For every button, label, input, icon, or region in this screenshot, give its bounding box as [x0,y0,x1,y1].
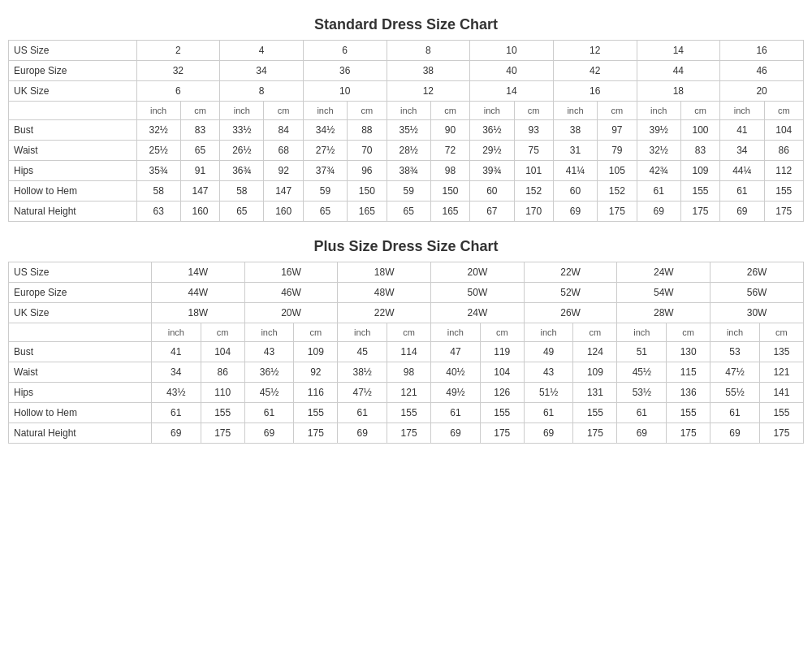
hollow-to-hem-label: Hollow to Hem [9,181,137,202]
p-bust-6: 47 [431,342,481,362]
s-waist-10: 31 [553,141,597,161]
p-nh-4: 69 [338,423,387,444]
plus-uk-size-label: UK Size [9,303,152,323]
s-nh-1: 160 [180,202,219,222]
s-nh-13: 175 [680,202,719,222]
p-waist-7: 104 [480,362,524,383]
s-bust-1: 83 [180,120,219,141]
standard-eu-32: 32 [136,61,220,81]
s-bust-7: 90 [430,120,469,141]
standard-unit-4: inch [303,102,347,120]
p-waist-13: 121 [759,362,803,383]
s-bust-8: 36½ [470,120,514,141]
p-waist-10: 45½ [617,362,667,383]
plus-unit-11: cm [667,323,710,342]
p-hollow-6: 61 [431,403,481,423]
standard-europe-size-row: Europe Size 32 34 36 38 40 42 44 46 [9,61,804,81]
s-nh-2: 65 [220,202,264,222]
s-bust-13: 100 [680,120,719,141]
p-nh-8: 69 [524,423,573,444]
p-bust-5: 114 [387,342,431,362]
plus-units-row: inch cm inch cm inch cm inch cm inch cm … [9,323,804,342]
p-hips-0: 43½ [151,383,201,403]
standard-us-4: 4 [220,41,304,61]
plus-uk-28w: 28W [617,303,710,323]
p-bust-2: 43 [244,342,294,362]
s-nh-7: 165 [430,202,469,222]
standard-units-row: inch cm inch cm inch cm inch cm inch cm … [9,102,804,120]
standard-unit-8: inch [470,102,514,120]
p-waist-1: 86 [201,362,244,383]
standard-us-8: 8 [387,41,470,61]
plus-waist-label: Waist [9,362,152,383]
plus-us-26w: 26W [710,262,804,283]
s-bust-5: 88 [348,120,387,141]
s-bust-0: 32½ [136,120,180,141]
p-nh-11: 175 [667,423,710,444]
standard-eu-40: 40 [470,61,554,81]
s-nh-4: 65 [303,202,347,222]
s-nh-9: 170 [514,202,553,222]
s-nh-8: 67 [470,202,514,222]
plus-eu-46w: 46W [244,283,338,303]
standard-eu-38: 38 [387,61,470,81]
plus-uk-26w: 26W [524,303,617,323]
s-bust-9: 93 [514,120,553,141]
uk-size-label: UK Size [9,81,137,102]
p-hips-8: 51½ [524,383,573,403]
s-hips-2: 36¾ [220,161,264,181]
plus-eu-44w: 44W [151,283,244,303]
plus-unit-12: inch [710,323,760,342]
plus-hips-label: Hips [9,383,152,403]
standard-unit-0: inch [136,102,180,120]
plus-us-14w: 14W [151,262,244,283]
plus-eu-48w: 48W [338,283,431,303]
s-nh-14: 69 [720,202,764,222]
s-hips-13: 109 [680,161,719,181]
p-bust-7: 119 [480,342,524,362]
plus-uk-24w: 24W [431,303,525,323]
plus-eu-50w: 50W [431,283,525,303]
s-hollow-9: 152 [514,181,553,202]
p-hollow-8: 61 [524,403,573,423]
plus-us-18w: 18W [338,262,431,283]
standard-unit-11: cm [598,102,637,120]
s-hips-7: 98 [430,161,469,181]
standard-uk-size-row: UK Size 6 8 10 12 14 16 18 20 [9,81,804,102]
standard-eu-34: 34 [220,61,304,81]
plus-europe-size-label: Europe Size [9,283,152,303]
s-waist-9: 75 [514,141,553,161]
s-waist-2: 26½ [220,141,264,161]
standard-eu-36: 36 [303,61,387,81]
p-bust-10: 51 [617,342,667,362]
plus-us-24w: 24W [617,262,710,283]
standard-hollow-row: Hollow to Hem 58 147 58 147 59 150 59 15… [9,181,804,202]
p-hips-5: 121 [387,383,431,403]
s-waist-14: 34 [720,141,764,161]
s-bust-11: 97 [598,120,637,141]
p-nh-0: 69 [151,423,201,444]
s-hollow-15: 155 [764,181,803,202]
p-bust-13: 135 [759,342,803,362]
s-waist-12: 32½ [637,141,680,161]
standard-us-6: 6 [303,41,387,61]
standard-eu-42: 42 [553,61,637,81]
p-nh-3: 175 [294,423,338,444]
p-hollow-11: 155 [667,403,710,423]
p-hips-2: 45½ [244,383,294,403]
plus-bust-row: Bust 41 104 43 109 45 114 47 119 49 124 … [9,342,804,362]
plus-unit-1: cm [201,323,244,342]
s-bust-6: 35½ [387,120,430,141]
p-hollow-9: 155 [573,403,617,423]
s-hollow-4: 59 [303,181,347,202]
plus-natural-height-label: Natural Height [9,423,152,444]
standard-us-size-row: US Size 2 4 6 8 10 12 14 16 [9,41,804,61]
plus-us-16w: 16W [244,262,338,283]
plus-unit-10: inch [617,323,667,342]
standard-table: US Size 2 4 6 8 10 12 14 16 Europe Size … [8,40,804,222]
s-hips-14: 44¼ [720,161,764,181]
s-hollow-13: 155 [680,181,719,202]
standard-units-empty [9,102,137,120]
s-hollow-3: 147 [264,181,303,202]
standard-us-2: 2 [136,41,220,61]
